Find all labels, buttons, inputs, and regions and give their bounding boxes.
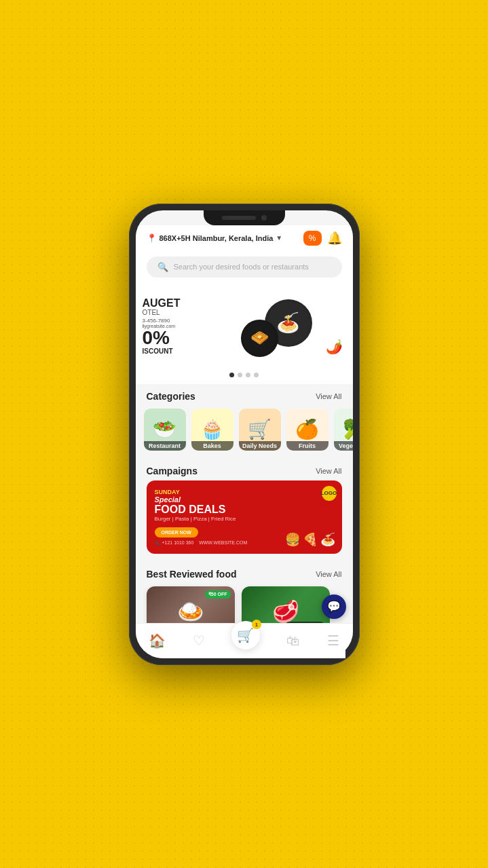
banner-phone: 3-456-7890 [143,318,234,324]
fruits-emoji: 🍊 [295,418,319,440]
best-reviewed-title: Best Reviewed food [147,569,237,580]
dot-2[interactable] [238,373,242,377]
banner-food-image: 🍝 🧇 🌶️ [234,293,346,360]
banner-hotel-name: AUGET OTEL [143,297,234,317]
nav-favorites[interactable]: ♡ [193,633,205,649]
burger-emoji: 🍔 [285,532,300,547]
location-text: 868X+5H Nilambur, Kerala, India [159,234,274,242]
phone-screen: 📍 868X+5H Nilambur, Kerala, India ▼ % 🔔 … [136,210,353,658]
speaker [222,216,256,220]
bottom-nav: 🏠 ♡ 🛒 1 🛍 ☰ [136,623,353,658]
daily-needs-label: Daily Needs [239,441,281,451]
categories-scroll: 🥗 Restaurant 🧁 Bakes 🛒 Daily Needs [136,406,353,459]
banner-text: AUGET OTEL 3-456-7890 llygreatsite.com 0… [143,297,234,356]
nav-orders[interactable]: 🛍 [286,633,300,649]
campaigns-view-all[interactable]: View All [316,467,341,475]
dot-3[interactable] [246,373,250,377]
category-fruits[interactable]: 🍊 Fruits [286,409,329,451]
category-bakes[interactable]: 🧁 Bakes [191,409,233,451]
campaigns-title: Campaigns [147,466,198,476]
notch [204,210,285,225]
vegetables-label: Vegetables [334,441,353,451]
coupon-icon: % [309,233,316,243]
campaign-items: Burger | Pasta | Pizza | Fried Rice [155,516,334,522]
campaign-food-emojis: 🍔 🍕 🍝 [285,532,335,547]
home-icon: 🏠 [149,633,166,649]
banner-discount: 0% [143,328,234,347]
campaigns-header: Campaigns View All [136,459,353,480]
bakes-emoji: 🧁 [200,418,224,440]
nav-menu[interactable]: ☰ [327,633,339,649]
food-image-3: 🌶️ [326,339,343,355]
vegetables-emoji: 🥦 [343,418,353,440]
category-fruits-img: 🍊 Fruits [286,409,329,451]
dropdown-icon: ▼ [276,234,282,242]
nav-home[interactable]: 🏠 [149,633,166,649]
logo-text: LOGO [321,490,337,496]
heart-icon: ♡ [193,633,205,649]
search-bar[interactable]: 🔍 Search your desired foods or restauran… [147,257,342,278]
pasta-emoji: 🍝 [320,532,335,547]
restaurant-emoji: 🥗 [153,418,176,440]
categories-view-all[interactable]: View All [316,392,341,400]
phone-frame: 📍 868X+5H Nilambur, Kerala, India ▼ % 🔔 … [129,204,360,665]
daily-needs-emoji: 🛒 [248,418,271,440]
category-restaurant-img: 🥗 Restaurant [144,409,186,451]
categories-title: Categories [147,391,195,402]
restaurant-label: Restaurant [144,441,186,451]
chat-icon: 💬 [327,600,341,613]
banner-hotel-type: OTEL [143,309,234,316]
campaign-order-button[interactable]: ORDER NOW [155,527,198,537]
search-placeholder: Search your desired foods or restaurants [174,263,309,271]
best-reviewed-view-all[interactable]: View All [316,570,341,578]
offer-badge-1: ₹50 OFF [205,590,231,599]
food-emoji-1: 🍛 [177,599,204,624]
category-vegetables-img: 🥦 Vegetables [334,409,353,451]
bag-icon: 🛍 [286,633,300,649]
hamburger-menu-icon: ☰ [327,633,339,649]
screen-content: 📍 868X+5H Nilambur, Kerala, India ▼ % 🔔 … [136,225,353,658]
banner-carousel: AUGET OTEL 3-456-7890 llygreatsite.com 0… [136,286,353,384]
notification-bell-icon[interactable]: 🔔 [327,231,342,246]
campaigns-section: Campaigns View All LOGO SUNDAY Special F… [136,459,353,554]
dot-4[interactable] [254,373,259,377]
banner-slide-inner: AUGET OTEL 3-456-7890 llygreatsite.com 0… [136,286,353,367]
dot-1[interactable] [229,373,234,377]
campaign-day: SUNDAY [155,489,334,495]
campaign-special: Special [155,495,334,504]
carousel-dots [136,373,353,377]
cart-icon: 🛒 [237,627,254,643]
location-pin-icon: 📍 [147,233,157,243]
category-bakes-img: 🧁 Bakes [191,409,233,451]
banner-slides: AUGET OTEL 3-456-7890 llygreatsite.com 0… [136,286,353,367]
categories-header: Categories View All [136,384,353,406]
search-container: 🔍 Search your desired foods or restauran… [136,251,353,286]
fruits-label: Fruits [286,441,329,451]
front-camera [261,215,267,221]
campaign-food: FOOD DEALS [155,504,334,516]
category-restaurant[interactable]: 🥗 Restaurant [144,409,186,451]
app-header: 📍 868X+5H Nilambur, Kerala, India ▼ % 🔔 [136,225,353,251]
pizza-emoji: 🍕 [303,532,318,547]
campaign-card[interactable]: LOGO SUNDAY Special FOOD DEALS Burger | … [147,480,342,554]
cart-button[interactable]: 🛒 1 [231,621,260,649]
banner-slide-1: AUGET OTEL 3-456-7890 llygreatsite.com 0… [136,286,353,367]
coupon-button[interactable]: % [303,231,322,246]
category-daily-needs[interactable]: 🛒 Daily Needs [239,409,281,451]
bakes-label: Bakes [191,441,233,451]
search-icon: 🔍 [157,262,168,272]
best-reviewed-header: Best Reviewed food View All [136,562,353,584]
food-image-2: 🧇 [241,320,278,357]
category-daily-needs-img: 🛒 Daily Needs [239,409,281,451]
category-vegetables[interactable]: 🥦 Vegetables [334,409,353,451]
cart-badge: 1 [252,620,261,629]
header-icons: % 🔔 [303,231,342,246]
campaign-logo: LOGO [322,486,337,501]
food-emoji-2: 🥩 [272,599,299,624]
chat-fab[interactable]: 💬 [322,595,346,619]
banner-discount-label: ISCOUNT [143,347,234,355]
location-row[interactable]: 📍 868X+5H Nilambur, Kerala, India ▼ [147,233,283,243]
